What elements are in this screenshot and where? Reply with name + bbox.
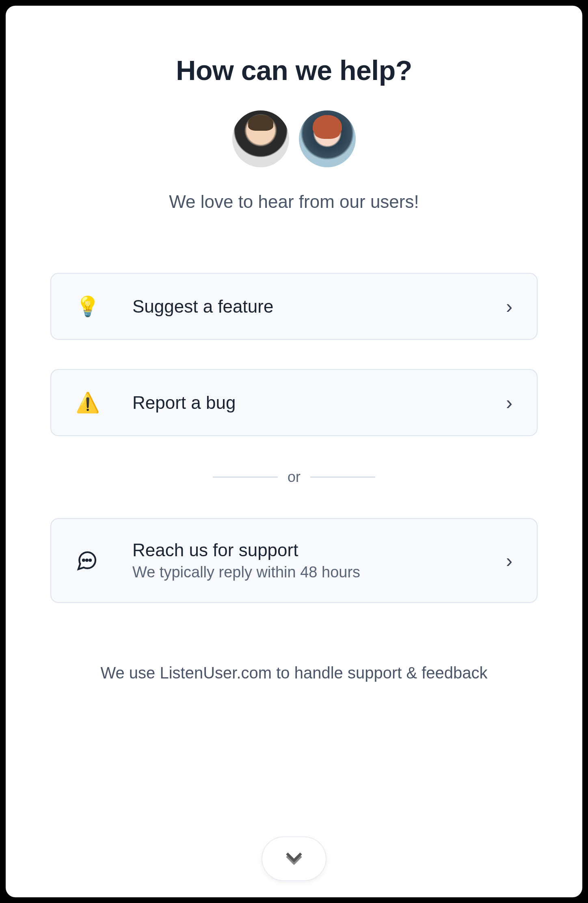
divider-line bbox=[310, 477, 375, 477]
options-list: 💡 Suggest a feature › ⚠️ Report a bug › … bbox=[50, 273, 538, 603]
chevron-right-icon: › bbox=[506, 391, 512, 414]
divider-text: or bbox=[288, 469, 300, 486]
chevron-down-icon bbox=[283, 848, 305, 869]
option-label: Report a bug bbox=[132, 393, 506, 413]
option-label: Suggest a feature bbox=[132, 296, 506, 317]
footer-text: We use ListenUser.com to handle support … bbox=[100, 664, 487, 682]
avatar bbox=[232, 110, 289, 167]
support-button[interactable]: Reach us for support We typically reply … bbox=[50, 518, 538, 603]
chevron-right-icon: › bbox=[506, 295, 512, 318]
suggest-feature-button[interactable]: 💡 Suggest a feature › bbox=[50, 273, 538, 340]
option-sublabel: We typically reply within 48 hours bbox=[132, 564, 506, 581]
page-title: How can we help? bbox=[176, 54, 412, 86]
chevron-right-icon: › bbox=[506, 549, 512, 572]
option-label: Reach us for support bbox=[132, 540, 506, 560]
divider: or bbox=[50, 469, 538, 486]
close-button[interactable] bbox=[262, 836, 326, 881]
warning-icon: ⚠️ bbox=[76, 391, 100, 414]
page-subtitle: We love to hear from our users! bbox=[169, 192, 419, 212]
svg-point-2 bbox=[89, 559, 91, 561]
svg-point-1 bbox=[86, 559, 88, 561]
help-widget: How can we help? We love to hear from ou… bbox=[6, 6, 582, 897]
team-avatars bbox=[232, 110, 356, 167]
report-bug-button[interactable]: ⚠️ Report a bug › bbox=[50, 369, 538, 436]
lightbulb-icon: 💡 bbox=[76, 295, 100, 318]
divider-line bbox=[213, 477, 278, 477]
chat-icon bbox=[76, 549, 100, 572]
svg-point-0 bbox=[83, 559, 84, 561]
avatar bbox=[299, 110, 356, 167]
